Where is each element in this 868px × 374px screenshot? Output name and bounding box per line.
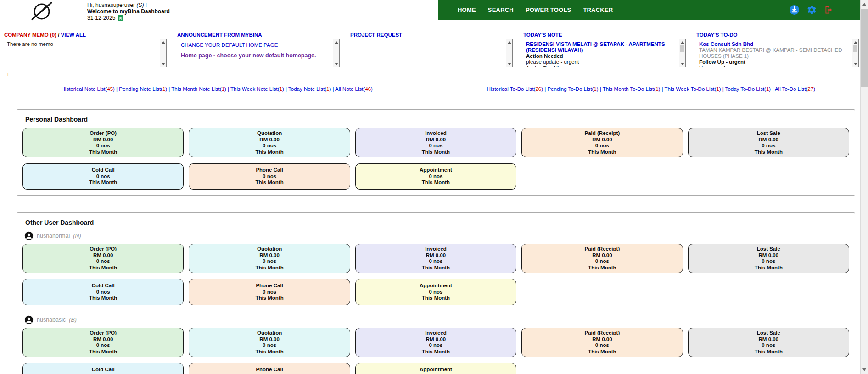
scroll-down-arrow[interactable]	[681, 63, 684, 65]
download-icon[interactable]	[789, 5, 800, 15]
note-project-link[interactable]: RESIDENSI VISTA MELATI @ SETAPAK - APART…	[526, 41, 677, 53]
list-link[interactable]: This Week To-Do List(1)	[665, 86, 725, 92]
activity-card[interactable]: Appointment 0 nos This Month	[355, 279, 516, 305]
company-memo-header: COMPANY MEMO (0) / VIEW ALL	[4, 32, 167, 38]
panel-scrollbar[interactable]	[160, 39, 166, 67]
card-count: 0 nos	[429, 342, 442, 349]
activity-card[interactable]: Cold Call 0 nos This Month	[22, 279, 184, 305]
scrollbar-thumb[interactable]	[853, 45, 857, 52]
company-memo-box[interactable]: There are no memo	[4, 39, 167, 67]
list-link[interactable]: Today Note List(1)	[288, 86, 335, 92]
scroll-up-arrow[interactable]	[681, 41, 684, 44]
list-link[interactable]: All To-Do List(27)	[775, 86, 815, 92]
summary-card[interactable]: Order (PO) RM 0.00 0 nos This Month	[22, 328, 184, 357]
todays-todo-title[interactable]: TODAY'S TO-DO	[696, 32, 859, 38]
card-period: This Month	[255, 265, 283, 271]
project-request-box[interactable]	[350, 39, 513, 67]
scroll-up-arrow[interactable]	[508, 41, 511, 44]
summary-card[interactable]: Invoiced RM 0.00 0 nos This Month	[355, 128, 516, 157]
summary-card[interactable]: Lost Sale RM 0.00 0 nos This Month	[688, 244, 849, 273]
list-link[interactable]: Pending Note List(1)	[119, 86, 171, 92]
summary-card[interactable]: Lost Sale RM 0.00 0 nos This Month	[688, 128, 849, 157]
change-homepage-link[interactable]: CHANGE YOUR DEFAULT HOME PAGE	[181, 42, 330, 48]
settings-gear-icon[interactable]	[806, 5, 817, 15]
summary-card[interactable]: Order (PO) RM 0.00 0 nos This Month	[22, 128, 184, 157]
scroll-up-arrow[interactable]	[162, 41, 165, 44]
card-period: This Month	[422, 149, 450, 156]
list-link[interactable]: Pending To-Do List(1)	[547, 86, 602, 92]
nav-item[interactable]: HOME	[458, 6, 476, 13]
announcement-box[interactable]: CHANGE YOUR DEFAULT HOME PAGE Home page …	[177, 39, 340, 67]
activity-card[interactable]: Appointment 0 nos This Month	[355, 363, 516, 374]
card-count: 0 nos	[429, 143, 442, 149]
card-title: Lost Sale	[757, 330, 780, 336]
view-all-link[interactable]: VIEW ALL	[61, 32, 86, 38]
link-label: Today To-Do List(	[725, 86, 766, 92]
link-close: )	[769, 86, 771, 92]
summary-card[interactable]: Quotation RM 0.00 0 nos This Month	[189, 128, 350, 157]
todays-note-title[interactable]: TODAY'S NOTE	[523, 32, 686, 38]
activity-card[interactable]: Cold Call 0 nos This Month	[22, 163, 184, 190]
summary-card[interactable]: Quotation RM 0.00 0 nos This Month	[189, 244, 350, 273]
scrollbar-thumb[interactable]	[680, 45, 684, 52]
activity-card[interactable]: Phone Call 0 nos This Month	[189, 163, 350, 190]
scroll-up-arrow[interactable]	[335, 41, 338, 44]
mybina-logo-icon[interactable]	[30, 1, 53, 23]
page-scrollbar[interactable]	[860, 0, 868, 374]
todays-todo-box[interactable]: Kos Consult Sdn Bhd TAMAN KAMPAR BESTARI…	[696, 39, 859, 67]
back-to-top-arrow[interactable]: ↑	[6, 71, 9, 77]
list-link[interactable]: Historical Note List(45)	[62, 86, 119, 92]
user2-activity-cards: Cold Call 0 nos This Month Phone Call 0 …	[22, 363, 850, 374]
card-amount: RM 0.00	[592, 137, 612, 143]
panel-scrollbar[interactable]	[679, 39, 685, 67]
link-label: All Note List(	[335, 86, 365, 92]
summary-card[interactable]: Invoiced RM 0.00 0 nos This Month	[355, 328, 516, 357]
todays-note-box[interactable]: RESIDENSI VISTA MELATI @ SETAPAK - APART…	[523, 39, 686, 67]
panel-scrollbar[interactable]	[333, 39, 339, 67]
scroll-up-arrow[interactable]	[854, 41, 857, 44]
main-navbar: HOME SEARCH POWER TOOLS TRACKER	[438, 0, 860, 20]
user-row: husnanormal (N)	[24, 231, 850, 240]
scroll-down-arrow[interactable]	[854, 63, 857, 65]
logout-icon[interactable]	[824, 5, 834, 15]
link-label: This Month Note List(	[171, 86, 221, 92]
scroll-down-arrow[interactable]	[508, 63, 511, 65]
nav-item[interactable]: TRACKER	[583, 6, 613, 13]
card-count: 0 nos	[263, 173, 276, 180]
todo-heading: Follow Up - urgent	[699, 59, 850, 65]
page-scroll-up-button[interactable]	[861, 0, 868, 8]
list-link[interactable]: This Month Note List(1)	[171, 86, 230, 92]
scroll-down-arrow[interactable]	[162, 63, 165, 65]
activity-card[interactable]: Phone Call 0 nos This Month	[189, 363, 350, 374]
page-scroll-down-button[interactable]	[861, 366, 868, 374]
list-link[interactable]: All Note List(46)	[335, 86, 373, 92]
activity-card[interactable]: Phone Call 0 nos This Month	[189, 279, 350, 305]
scroll-down-arrow[interactable]	[335, 63, 338, 65]
list-link[interactable]: This Week Note List(1)	[230, 86, 288, 92]
summary-card[interactable]: Paid (Receipt) RM 0.00 0 nos This Month	[521, 128, 683, 157]
card-title: Paid (Receipt)	[585, 330, 620, 336]
activity-card[interactable]: Cold Call 0 nos This Month	[22, 363, 184, 374]
link-close: )	[330, 86, 331, 92]
panel-scrollbar[interactable]	[852, 39, 858, 67]
summary-card[interactable]: Invoiced RM 0.00 0 nos This Month	[355, 244, 516, 273]
project-request-panel: PROJECT REQUEST	[350, 32, 513, 67]
page-scrollbar-thumb[interactable]	[861, 9, 868, 87]
summary-card[interactable]: Order (PO) RM 0.00 0 nos This Month	[22, 244, 184, 273]
list-link[interactable]: Today To-Do List(1)	[725, 86, 775, 92]
todo-company-link[interactable]: Kos Consult Sdn Bhd	[699, 41, 850, 47]
link-close: )	[659, 86, 661, 92]
card-title: Lost Sale	[757, 130, 780, 137]
activity-card[interactable]: Appointment 0 nos This Month	[355, 163, 516, 190]
user-avatar-icon	[24, 315, 34, 324]
panel-scrollbar[interactable]	[506, 39, 512, 67]
nav-item[interactable]: POWER TOOLS	[526, 6, 571, 13]
list-link[interactable]: Historical To-Do List(26)	[487, 86, 548, 92]
list-link[interactable]: This Month To-Do List(1)	[603, 86, 665, 92]
excel-icon[interactable]	[118, 15, 123, 21]
summary-card[interactable]: Paid (Receipt) RM 0.00 0 nos This Month	[521, 328, 683, 357]
summary-card[interactable]: Lost Sale RM 0.00 0 nos This Month	[688, 328, 849, 357]
summary-card[interactable]: Paid (Receipt) RM 0.00 0 nos This Month	[521, 244, 683, 273]
nav-item[interactable]: SEARCH	[488, 6, 514, 13]
summary-card[interactable]: Quotation RM 0.00 0 nos This Month	[189, 328, 350, 357]
